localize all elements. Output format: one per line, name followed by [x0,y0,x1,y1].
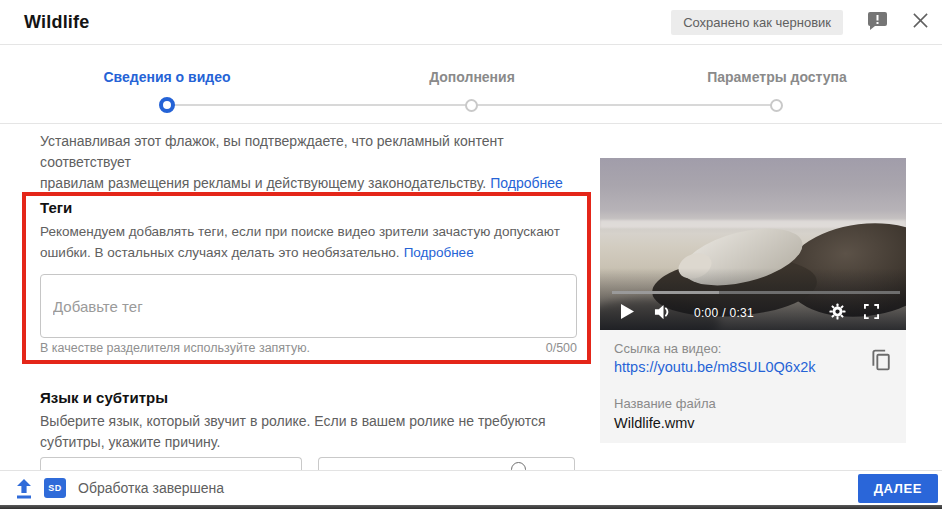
ad-disclaimer-more-link[interactable]: Подробнее [490,175,563,191]
fullscreen-icon [864,304,879,322]
footer-bar: SD Обработка завершена ДАЛЕЕ [0,470,942,505]
player-time: 0:00 / 0:31 [694,306,754,320]
player-controls-shade [600,268,906,330]
video-link-label: Ссылка на видео: [614,341,721,356]
video-details-dialog: Wildlife Сохранено как черновик Сведения… [0,0,942,509]
fullscreen-button[interactable] [862,304,880,322]
file-name-value: Wildlife.wmv [614,415,695,431]
tags-section-title: Теги [40,199,72,216]
sd-quality-badge: SD [44,478,66,498]
file-name-label: Название файла [614,396,716,411]
step-dot-additions[interactable] [465,99,478,112]
step-dot-video-details[interactable] [159,97,175,113]
close-button[interactable] [909,11,931,33]
language-section-title: Язык и субтитры [40,389,168,406]
feedback-icon [867,11,888,34]
volume-icon [654,304,673,323]
tag-char-counter: 0/500 [365,341,577,355]
help-icon [511,462,526,470]
captions-certification-dropdown[interactable] [318,457,575,470]
video-title: Wildlife [24,0,89,45]
tag-separator-hint: В качестве разделителя используйте запят… [40,341,310,355]
copy-icon [870,361,893,376]
tags-description: Рекомендуем добавлять теги, если при пои… [40,221,570,263]
video-player[interactable]: 0:00 / 0:31 [600,158,906,330]
player-progress-bar[interactable] [612,291,900,295]
play-icon [621,304,634,322]
video-language-dropdown[interactable] [40,457,302,470]
draft-status-badge: Сохранено как черновик [671,10,843,35]
tag-input[interactable] [40,274,577,338]
tags-more-link[interactable]: Подробнее [404,245,474,260]
ad-disclaimer-text: Устанавливая этот флажок, вы подтверждае… [40,131,585,194]
tab-additions[interactable]: Дополнения [429,69,515,85]
language-description: Выберите язык, который звучит в ролике. … [40,411,570,453]
stepper: Сведения о видео Дополнения Параметры до… [0,46,942,124]
processing-status: Обработка завершена [78,471,224,506]
volume-button[interactable] [652,304,674,322]
player-progress-loaded [612,291,719,295]
tab-video-details[interactable]: Сведения о видео [104,69,231,85]
feedback-button[interactable] [866,11,888,33]
play-button[interactable] [618,304,636,322]
tab-visibility[interactable]: Параметры доступа [707,69,847,85]
dialog-header: Wildlife Сохранено как черновик [0,0,942,45]
next-button[interactable]: ДАЛЕЕ [858,474,938,503]
gear-icon [829,303,846,323]
step-dot-visibility[interactable] [770,99,783,112]
video-info-panel: Ссылка на видео: https://youtu.be/m8SUL0… [600,330,906,443]
upload-icon [14,478,34,504]
player-settings-button[interactable] [828,304,846,322]
window-bottom-edge [0,505,942,509]
video-link[interactable]: https://youtu.be/m8SUL0Q6x2k [614,359,816,375]
close-icon [912,12,929,32]
copy-link-button[interactable] [868,348,894,376]
